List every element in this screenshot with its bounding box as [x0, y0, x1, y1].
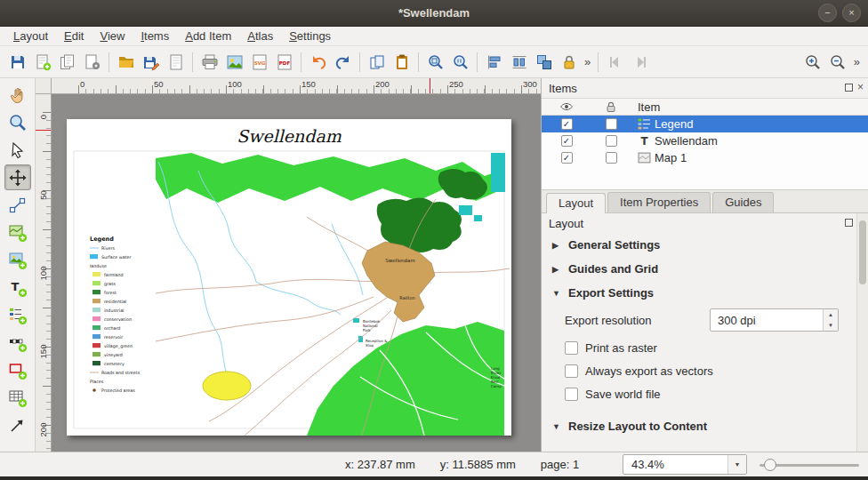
zoom-in-button[interactable]	[801, 50, 825, 74]
menu-add-item[interactable]: Add Item	[177, 28, 239, 44]
save-world-file-checkbox[interactable]	[565, 388, 578, 401]
section-resize-layout[interactable]: ▼ Resize Layout to Content	[542, 414, 856, 438]
float-panel-icon[interactable]	[845, 84, 853, 92]
atlas-next-button[interactable]	[628, 50, 652, 74]
close-panel-icon[interactable]: ×	[857, 82, 864, 92]
pan-tool-button[interactable]	[4, 82, 31, 108]
zoom-full-button[interactable]	[423, 50, 447, 74]
atlas-prev-button[interactable]	[603, 50, 627, 74]
close-button[interactable]: ×	[842, 4, 861, 22]
toolbar-overflow-button[interactable]: »	[582, 55, 593, 68]
export-resolution-spinbox[interactable]: 300 dpi ▲ ▼	[710, 308, 839, 332]
vertical-ruler[interactable]: 0 50 100 150 200	[36, 94, 52, 452]
zoom-tool-button[interactable]	[4, 109, 31, 135]
svg-text:Rivers: Rivers	[101, 246, 115, 251]
zoom-slider[interactable]	[760, 464, 859, 467]
copy-button[interactable]	[365, 50, 389, 74]
spin-up-icon[interactable]: ▲	[824, 309, 838, 320]
scrollbar-thumb[interactable]	[859, 220, 866, 284]
export-image-button[interactable]	[222, 50, 246, 74]
add-shape-button[interactable]	[4, 357, 31, 383]
svg-text:Stop: Stop	[366, 343, 374, 348]
visibility-checkbox[interactable]: ✓	[561, 118, 573, 130]
redo-button[interactable]	[331, 50, 355, 74]
menubar: Layout Edit View Items Add Item Atlas Se…	[0, 27, 868, 46]
lock-items-button[interactable]	[557, 50, 581, 74]
add-arrow-button[interactable]	[4, 412, 31, 438]
new-layout-button[interactable]	[30, 50, 54, 74]
menu-layout[interactable]: Layout	[5, 28, 56, 44]
align-items-button[interactable]	[482, 50, 506, 74]
qgis-layout-window: *Swellendam − × Layout Edit View Items A…	[0, 0, 868, 480]
layout-manager-button[interactable]	[80, 50, 104, 74]
dropdown-arrow-icon[interactable]: ▼	[727, 455, 746, 474]
menu-view[interactable]: View	[92, 28, 133, 44]
toolbar-overflow-right-button[interactable]: »	[851, 55, 863, 68]
add-map-button[interactable]	[4, 220, 31, 245]
visibility-checkbox[interactable]: ✓	[561, 135, 573, 147]
section-general-settings[interactable]: ▶ General Settings	[542, 233, 856, 257]
export-pdf-button[interactable]: PDF	[272, 50, 296, 74]
export-svg-button[interactable]: SVG	[247, 50, 271, 74]
section-guides-and-grid[interactable]: ▶ Guides and Grid	[542, 257, 856, 281]
zoom-actual-button[interactable]	[448, 50, 472, 74]
menu-settings[interactable]: Settings	[281, 28, 339, 44]
panel-scrollbar[interactable]	[856, 213, 868, 452]
zoom-out-button[interactable]	[826, 50, 850, 74]
lock-column-header	[591, 100, 631, 113]
horizontal-ruler[interactable]: 0 50 100 150 200 250 300	[52, 78, 541, 94]
layout-panel-scroll: ▶ General Settings ▶ Guides and Grid ▼ E…	[542, 233, 868, 452]
float-panel-icon[interactable]	[845, 219, 853, 227]
add-label-icon: T	[8, 278, 28, 298]
undo-button[interactable]	[306, 50, 330, 74]
group-items-button[interactable]	[532, 50, 556, 74]
item-toolbar: T	[0, 78, 36, 452]
layout-canvas[interactable]: Swellendam	[52, 94, 541, 452]
select-move-tool-button[interactable]	[4, 137, 31, 163]
add-pages-button[interactable]	[164, 50, 188, 74]
always-export-vectors-checkbox[interactable]	[565, 364, 578, 378]
tab-layout[interactable]: Layout	[546, 193, 606, 213]
layout-panel-header: Layout ×	[542, 213, 868, 233]
add-label-button[interactable]: T	[4, 275, 31, 300]
menu-items[interactable]: Items	[133, 28, 177, 44]
item-row-map1[interactable]: ✓ Map 1	[542, 149, 868, 166]
svg-text:Park: Park	[363, 328, 371, 332]
zoom-level-combobox[interactable]: 43.4% ▼	[623, 454, 747, 475]
tab-item-properties[interactable]: Item Properties	[607, 192, 711, 212]
add-legend-button[interactable]	[4, 302, 31, 328]
item-row-swellendam[interactable]: ✓ T Swellendam	[542, 132, 868, 149]
distribute-items-button[interactable]	[507, 50, 531, 74]
lock-checkbox[interactable]	[606, 118, 617, 130]
menu-edit[interactable]: Edit	[56, 28, 92, 44]
item-row-legend[interactable]: ✓ Legend	[542, 116, 868, 132]
menu-atlas[interactable]: Atlas	[239, 28, 281, 44]
svg-text:orchard: orchard	[104, 326, 120, 331]
open-template-button[interactable]	[114, 50, 138, 74]
canvas-area: 0 50 100 150 200 250 300 0 50 100 150 20…	[36, 78, 541, 452]
move-content-tool-button[interactable]	[4, 164, 31, 190]
checkbox-label: Save world file	[585, 388, 661, 401]
zoom-slider-handle[interactable]	[764, 459, 776, 471]
add-table-button[interactable]	[4, 385, 31, 411]
duplicate-layout-button[interactable]	[55, 50, 79, 74]
save-as-template-button[interactable]	[139, 50, 163, 74]
lock-checkbox[interactable]	[606, 152, 617, 164]
spin-down-icon[interactable]: ▼	[824, 320, 838, 331]
print-button[interactable]	[197, 50, 221, 74]
visibility-checkbox[interactable]: ✓	[561, 152, 573, 164]
minimize-button[interactable]: −	[818, 4, 837, 22]
layout-page[interactable]: Swellendam	[67, 119, 511, 436]
tab-guides[interactable]: Guides	[712, 192, 774, 212]
lock-checkbox[interactable]	[606, 135, 617, 147]
edit-nodes-tool-button[interactable]	[4, 192, 31, 218]
export-resolution-label: Export resolution	[565, 314, 652, 327]
print-as-raster-checkbox[interactable]	[565, 341, 578, 355]
add-scalebar-button[interactable]	[4, 330, 31, 356]
add-picture-icon	[8, 251, 28, 270]
section-export-settings[interactable]: ▼ Export Settings	[542, 281, 856, 305]
add-picture-button[interactable]	[4, 247, 31, 273]
save-project-button[interactable]	[5, 50, 29, 74]
paste-button[interactable]	[390, 50, 414, 74]
floppy-icon	[9, 53, 27, 71]
